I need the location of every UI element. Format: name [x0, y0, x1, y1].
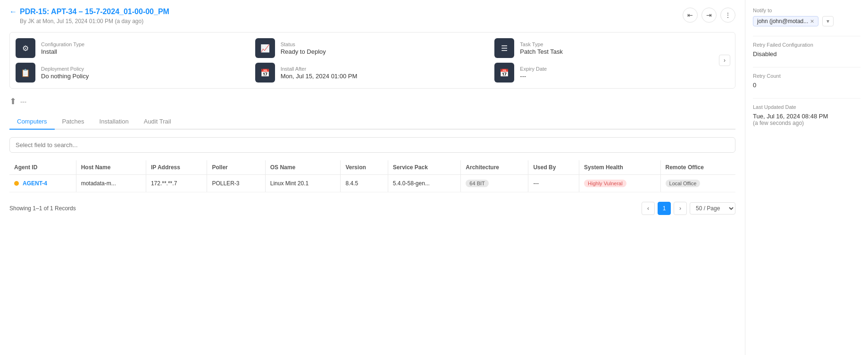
- architecture-badge: 64 BIT: [466, 180, 488, 187]
- tab-audit-trail[interactable]: Audit Trail: [136, 114, 179, 130]
- page-header: ← PDR-15: APT-34 – 15-7-2024_01-00-00_PM…: [9, 8, 735, 25]
- retry-count-value: 0: [753, 82, 860, 89]
- install-after-value: Mon, Jul 15, 2024 01:00 PM: [281, 73, 358, 80]
- computers-table: Agent ID Host Name IP Address Poller OS …: [9, 160, 735, 192]
- sidebar-divider-2: [753, 67, 860, 67]
- remote-office-cell: Local Office: [660, 175, 735, 192]
- architecture-cell: 64 BIT: [461, 175, 528, 192]
- agent-id-value[interactable]: AGENT-4: [23, 180, 47, 187]
- page-size-select[interactable]: 50 / Page 100 / Page 25 / Page: [690, 202, 735, 215]
- tabs-container: Computers Patches Installation Audit Tra…: [9, 114, 735, 130]
- info-cards-row-2: 📋 Deployment Policy Do nothing Policy 📅 …: [16, 63, 729, 83]
- last-updated-value: Tue, Jul 16, 2024 08:48 PM: [753, 113, 860, 120]
- expiry-date-icon: 📅: [494, 63, 514, 83]
- chevron-down-icon: ▾: [826, 18, 829, 25]
- next-record-button[interactable]: ⇥: [701, 8, 717, 23]
- col-agent-id: Agent ID: [9, 160, 76, 175]
- last-updated-label: Last Updated Date: [753, 104, 860, 110]
- task-type-icon: ☰: [494, 38, 514, 58]
- search-input[interactable]: [9, 137, 735, 153]
- header-actions: ⇤ ⇥ ⋮: [683, 8, 735, 23]
- retry-count-label: Retry Count: [753, 73, 860, 79]
- install-after-card: 📅 Install After Mon, Jul 15, 2024 01:00 …: [255, 63, 490, 83]
- deploy-section: ⬆ ---: [9, 96, 735, 107]
- page-1-button[interactable]: 1: [658, 202, 671, 215]
- page-subtitle: By JK at Mon, Jul 15, 2024 01:00 PM (a d…: [20, 18, 169, 25]
- task-type-value: Patch Test Task: [520, 48, 563, 55]
- sidebar-divider-1: [753, 36, 860, 36]
- deploy-icon: ⬆: [9, 96, 17, 107]
- tab-installation[interactable]: Installation: [92, 114, 136, 130]
- task-type-label: Task Type: [520, 41, 563, 47]
- pagination-info: Showing 1–1 of 1 Records: [9, 205, 76, 212]
- last-updated-relative: (a few seconds ago): [753, 120, 860, 126]
- tab-patches[interactable]: Patches: [55, 114, 92, 130]
- col-ip-address: IP Address: [146, 160, 207, 175]
- notify-tag-value: john (john@motad...: [757, 18, 808, 25]
- task-type-card: ☰ Task Type Patch Test Task: [494, 38, 729, 58]
- retry-value: Disabled: [753, 50, 860, 58]
- next-page-button[interactable]: ›: [674, 202, 687, 215]
- expiry-date-card: 📅 Expiry Date ---: [494, 63, 729, 83]
- deployment-policy-label: Deployment Policy: [41, 66, 89, 72]
- col-os-name: OS Name: [265, 160, 341, 175]
- col-service-pack: Service Pack: [388, 160, 461, 175]
- back-arrow-icon: ←: [9, 8, 17, 16]
- deployment-policy-value: Do nothing Policy: [41, 73, 89, 80]
- service-pack-cell: 5.4.0-58-gen...: [388, 175, 461, 192]
- retry-section: Retry Failed Configuration Disabled: [753, 42, 860, 58]
- ip-address-cell: 172.**.**.7: [146, 175, 207, 192]
- expiry-date-value: ---: [520, 73, 547, 80]
- info-cards-row-1: ⚙ Configuration Type Install 📈 Status Re…: [16, 38, 729, 58]
- deployment-policy-card: 📋 Deployment Policy Do nothing Policy: [16, 63, 250, 83]
- expiry-date-label: Expiry Date: [520, 66, 547, 72]
- config-type-card: ⚙ Configuration Type Install: [16, 38, 250, 58]
- col-system-health: System Health: [579, 160, 660, 175]
- config-type-icon: ⚙: [16, 38, 35, 58]
- retry-label: Retry Failed Configuration: [753, 42, 860, 48]
- prev-page-button[interactable]: ‹: [642, 202, 655, 215]
- status-icon: 📈: [255, 38, 275, 58]
- pagination-bar: Showing 1–1 of 1 Records ‹ 1 › 50 / Page…: [9, 202, 735, 215]
- notify-dropdown[interactable]: ▾: [822, 16, 834, 26]
- system-health-cell: Highly Vulneral: [579, 175, 660, 192]
- version-cell: 8.4.5: [341, 175, 388, 192]
- poller-cell: POLLER-3: [207, 175, 265, 192]
- pagination-controls: ‹ 1 › 50 / Page 100 / Page 25 / Page: [642, 202, 735, 215]
- info-cards-container: ⚙ Configuration Type Install 📈 Status Re…: [9, 32, 735, 89]
- tab-computers[interactable]: Computers: [9, 114, 55, 130]
- col-version: Version: [341, 160, 388, 175]
- agent-id-cell: AGENT-4: [14, 180, 71, 187]
- expand-cards-button[interactable]: ›: [719, 55, 730, 66]
- notify-tag-close-icon[interactable]: ✕: [810, 18, 814, 25]
- col-used-by: Used By: [528, 160, 579, 175]
- health-badge: Highly Vulneral: [584, 180, 626, 187]
- host-name-cell: motadata-m...: [76, 175, 146, 192]
- install-after-label: Install After: [281, 66, 358, 72]
- config-type-label: Configuration Type: [41, 41, 84, 47]
- back-link[interactable]: ← PDR-15: APT-34 – 15-7-2024_01-00-00_PM: [9, 8, 169, 16]
- col-host-name: Host Name: [76, 160, 146, 175]
- sidebar: Notify to john (john@motad... ✕ ▾ Retry …: [745, 0, 868, 355]
- notify-section: Notify to john (john@motad... ✕ ▾: [753, 8, 860, 26]
- used-by-cell: ---: [528, 175, 579, 192]
- last-updated-section: Last Updated Date Tue, Jul 16, 2024 08:4…: [753, 104, 860, 126]
- col-architecture: Architecture: [461, 160, 528, 175]
- prev-record-button[interactable]: ⇤: [683, 8, 698, 23]
- notify-label: Notify to: [753, 8, 860, 13]
- more-options-button[interactable]: ⋮: [720, 8, 735, 23]
- col-remote-office: Remote Office: [660, 160, 735, 175]
- deployment-policy-icon: 📋: [16, 63, 35, 83]
- status-dot-icon: [14, 181, 19, 186]
- deploy-placeholder: ---: [20, 98, 26, 105]
- status-label: Status: [281, 41, 326, 47]
- table-row: AGENT-4 motadata-m... 172.**.**.7 POLLER…: [9, 175, 735, 192]
- office-badge: Local Office: [666, 180, 701, 187]
- sidebar-divider-3: [753, 98, 860, 99]
- os-name-cell: Linux Mint 20.1: [265, 175, 341, 192]
- config-type-value: Install: [41, 48, 84, 55]
- status-card: 📈 Status Ready to Deploy: [255, 38, 490, 58]
- notify-tag: john (john@motad... ✕: [753, 16, 818, 26]
- col-poller: Poller: [207, 160, 265, 175]
- status-value: Ready to Deploy: [281, 48, 326, 55]
